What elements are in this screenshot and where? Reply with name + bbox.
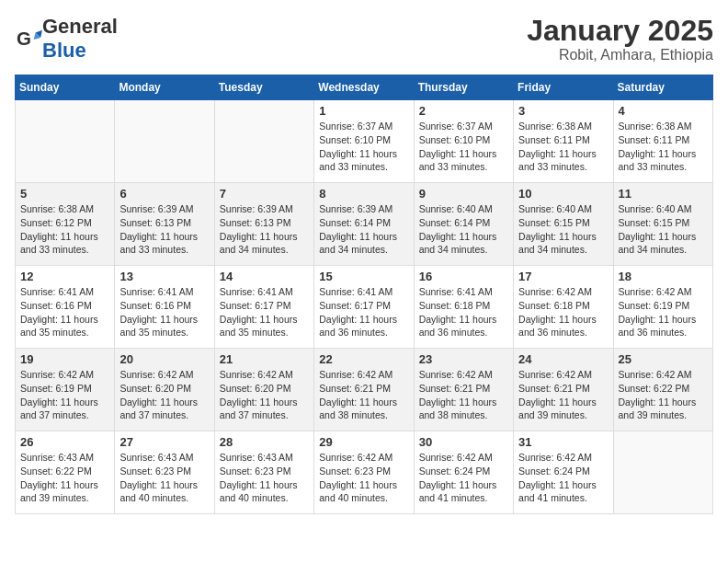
calendar-cell: 10Sunrise: 6:40 AM Sunset: 6:15 PM Dayli… (514, 183, 613, 266)
day-number: 10 (518, 187, 608, 201)
calendar-week-row: 19Sunrise: 6:42 AM Sunset: 6:19 PM Dayli… (16, 349, 713, 431)
calendar-cell: 29Sunrise: 6:42 AM Sunset: 6:23 PM Dayli… (314, 431, 414, 514)
day-number: 24 (518, 352, 608, 366)
header-tuesday: Tuesday (214, 75, 313, 100)
calendar-week-row: 1Sunrise: 6:37 AM Sunset: 6:10 PM Daylig… (16, 100, 713, 183)
day-number: 27 (119, 435, 209, 449)
day-info: Sunrise: 6:37 AM Sunset: 6:10 PM Dayligh… (419, 120, 508, 174)
calendar-cell (214, 100, 313, 183)
day-number: 8 (319, 187, 408, 201)
calendar-cell: 30Sunrise: 6:42 AM Sunset: 6:24 PM Dayli… (414, 431, 513, 514)
day-info: Sunrise: 6:42 AM Sunset: 6:21 PM Dayligh… (319, 368, 408, 422)
day-info: Sunrise: 6:38 AM Sunset: 6:11 PM Dayligh… (619, 120, 708, 174)
day-number: 25 (619, 352, 708, 366)
calendar-table: Sunday Monday Tuesday Wednesday Thursday… (15, 75, 713, 514)
day-info: Sunrise: 6:41 AM Sunset: 6:17 PM Dayligh… (220, 285, 309, 339)
calendar-cell: 6Sunrise: 6:39 AM Sunset: 6:13 PM Daylig… (115, 183, 214, 266)
day-info: Sunrise: 6:40 AM Sunset: 6:14 PM Dayligh… (419, 202, 508, 257)
day-info: Sunrise: 6:43 AM Sunset: 6:23 PM Dayligh… (119, 451, 209, 505)
calendar-cell: 12Sunrise: 6:41 AM Sunset: 6:16 PM Dayli… (16, 266, 115, 349)
calendar-cell: 9Sunrise: 6:40 AM Sunset: 6:14 PM Daylig… (414, 183, 513, 266)
svg-text:G: G (17, 28, 31, 49)
calendar-cell: 25Sunrise: 6:42 AM Sunset: 6:22 PM Dayli… (613, 349, 712, 431)
day-info: Sunrise: 6:42 AM Sunset: 6:18 PM Dayligh… (518, 285, 608, 339)
day-info: Sunrise: 6:43 AM Sunset: 6:23 PM Dayligh… (220, 451, 309, 505)
day-info: Sunrise: 6:42 AM Sunset: 6:21 PM Dayligh… (419, 368, 508, 422)
calendar-header-row: Sunday Monday Tuesday Wednesday Thursday… (16, 75, 713, 100)
calendar-cell (16, 100, 115, 183)
calendar-cell: 24Sunrise: 6:42 AM Sunset: 6:21 PM Dayli… (514, 349, 613, 431)
day-number: 2 (419, 104, 508, 118)
day-info: Sunrise: 6:42 AM Sunset: 6:22 PM Dayligh… (619, 368, 708, 422)
day-info: Sunrise: 6:41 AM Sunset: 6:17 PM Dayligh… (319, 285, 408, 339)
day-number: 3 (518, 104, 608, 118)
day-number: 28 (220, 435, 309, 449)
calendar-cell: 3Sunrise: 6:38 AM Sunset: 6:11 PM Daylig… (514, 100, 613, 183)
day-info: Sunrise: 6:37 AM Sunset: 6:10 PM Dayligh… (319, 120, 408, 174)
calendar-cell: 13Sunrise: 6:41 AM Sunset: 6:16 PM Dayli… (115, 266, 214, 349)
day-info: Sunrise: 6:39 AM Sunset: 6:13 PM Dayligh… (220, 202, 309, 257)
calendar-week-row: 12Sunrise: 6:41 AM Sunset: 6:16 PM Dayli… (16, 266, 713, 349)
day-number: 12 (20, 270, 109, 283)
calendar-cell: 15Sunrise: 6:41 AM Sunset: 6:17 PM Dayli… (314, 266, 414, 349)
calendar-cell: 5Sunrise: 6:38 AM Sunset: 6:12 PM Daylig… (16, 183, 115, 266)
day-info: Sunrise: 6:43 AM Sunset: 6:22 PM Dayligh… (20, 451, 109, 505)
calendar-cell: 8Sunrise: 6:39 AM Sunset: 6:14 PM Daylig… (314, 183, 414, 266)
day-number: 14 (220, 270, 309, 283)
day-info: Sunrise: 6:41 AM Sunset: 6:16 PM Dayligh… (119, 285, 209, 339)
day-number: 7 (220, 187, 309, 201)
day-number: 17 (518, 270, 608, 283)
header-wednesday: Wednesday (314, 75, 414, 100)
calendar-cell: 11Sunrise: 6:40 AM Sunset: 6:15 PM Dayli… (613, 183, 712, 266)
header-friday: Friday (514, 75, 613, 100)
day-info: Sunrise: 6:41 AM Sunset: 6:16 PM Dayligh… (20, 285, 109, 339)
day-number: 18 (619, 270, 708, 283)
calendar-cell: 17Sunrise: 6:42 AM Sunset: 6:18 PM Dayli… (514, 266, 613, 349)
day-number: 26 (20, 435, 109, 449)
calendar-cell: 21Sunrise: 6:42 AM Sunset: 6:20 PM Dayli… (214, 349, 313, 431)
day-number: 31 (518, 435, 608, 449)
day-info: Sunrise: 6:42 AM Sunset: 6:21 PM Dayligh… (518, 368, 608, 422)
day-info: Sunrise: 6:42 AM Sunset: 6:23 PM Dayligh… (319, 451, 408, 505)
day-number: 6 (119, 187, 209, 201)
logo: G General Blue (15, 15, 118, 63)
day-info: Sunrise: 6:38 AM Sunset: 6:11 PM Dayligh… (518, 120, 608, 174)
calendar-cell: 26Sunrise: 6:43 AM Sunset: 6:22 PM Dayli… (16, 431, 115, 514)
logo-icon: G (17, 26, 42, 52)
calendar-week-row: 5Sunrise: 6:38 AM Sunset: 6:12 PM Daylig… (16, 183, 713, 266)
calendar-cell: 2Sunrise: 6:37 AM Sunset: 6:10 PM Daylig… (414, 100, 513, 183)
calendar-cell: 23Sunrise: 6:42 AM Sunset: 6:21 PM Dayli… (414, 349, 513, 431)
day-info: Sunrise: 6:40 AM Sunset: 6:15 PM Dayligh… (619, 202, 708, 257)
calendar-cell: 20Sunrise: 6:42 AM Sunset: 6:20 PM Dayli… (115, 349, 214, 431)
day-info: Sunrise: 6:38 AM Sunset: 6:12 PM Dayligh… (20, 202, 109, 257)
header-saturday: Saturday (613, 75, 712, 100)
calendar-title: January 2025 (527, 15, 713, 47)
day-number: 4 (619, 104, 708, 118)
day-number: 30 (419, 435, 508, 449)
calendar-cell: 4Sunrise: 6:38 AM Sunset: 6:11 PM Daylig… (613, 100, 712, 183)
calendar-cell: 19Sunrise: 6:42 AM Sunset: 6:19 PM Dayli… (16, 349, 115, 431)
day-info: Sunrise: 6:42 AM Sunset: 6:24 PM Dayligh… (518, 451, 608, 505)
calendar-cell: 18Sunrise: 6:42 AM Sunset: 6:19 PM Dayli… (613, 266, 712, 349)
page-header: G General Blue January 2025 Robit, Amhar… (15, 15, 713, 63)
calendar-cell (613, 431, 712, 514)
calendar-cell: 1Sunrise: 6:37 AM Sunset: 6:10 PM Daylig… (314, 100, 414, 183)
calendar-cell: 28Sunrise: 6:43 AM Sunset: 6:23 PM Dayli… (214, 431, 313, 514)
calendar-cell: 27Sunrise: 6:43 AM Sunset: 6:23 PM Dayli… (115, 431, 214, 514)
day-number: 9 (419, 187, 508, 201)
day-number: 29 (319, 435, 408, 449)
day-info: Sunrise: 6:42 AM Sunset: 6:19 PM Dayligh… (619, 285, 708, 339)
calendar-cell (115, 100, 214, 183)
day-info: Sunrise: 6:42 AM Sunset: 6:20 PM Dayligh… (119, 368, 209, 422)
header-thursday: Thursday (414, 75, 513, 100)
day-info: Sunrise: 6:40 AM Sunset: 6:15 PM Dayligh… (518, 202, 608, 257)
day-number: 16 (419, 270, 508, 283)
day-info: Sunrise: 6:42 AM Sunset: 6:24 PM Dayligh… (419, 451, 508, 505)
calendar-cell: 22Sunrise: 6:42 AM Sunset: 6:21 PM Dayli… (314, 349, 414, 431)
calendar-cell: 31Sunrise: 6:42 AM Sunset: 6:24 PM Dayli… (514, 431, 613, 514)
header-sunday: Sunday (16, 75, 115, 100)
logo-blue-text: Blue (42, 39, 86, 62)
header-monday: Monday (115, 75, 214, 100)
day-number: 20 (119, 352, 209, 366)
calendar-week-row: 26Sunrise: 6:43 AM Sunset: 6:22 PM Dayli… (16, 431, 713, 514)
